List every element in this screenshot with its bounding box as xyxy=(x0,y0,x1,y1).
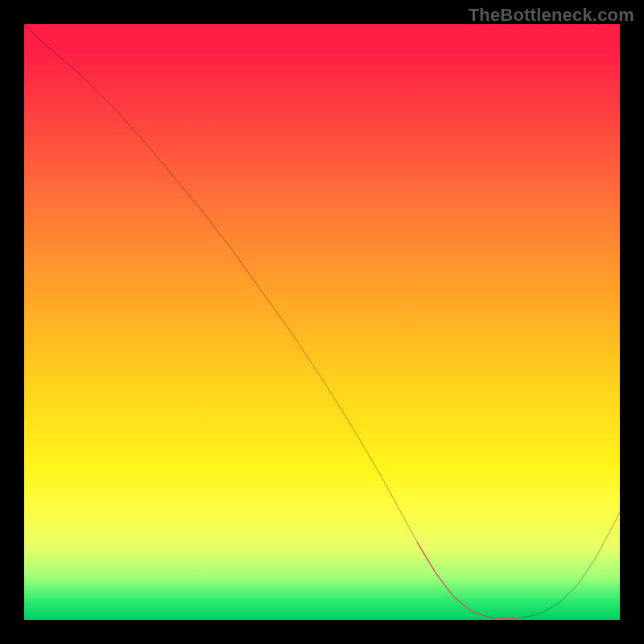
bottleneck-curve xyxy=(24,24,620,619)
plot-area xyxy=(24,24,620,620)
chart-stage: TheBottleneck.com xyxy=(0,0,644,644)
bottleneck-highlight xyxy=(417,543,524,619)
watermark-text: TheBottleneck.com xyxy=(469,5,634,26)
curve-layer xyxy=(24,24,620,620)
